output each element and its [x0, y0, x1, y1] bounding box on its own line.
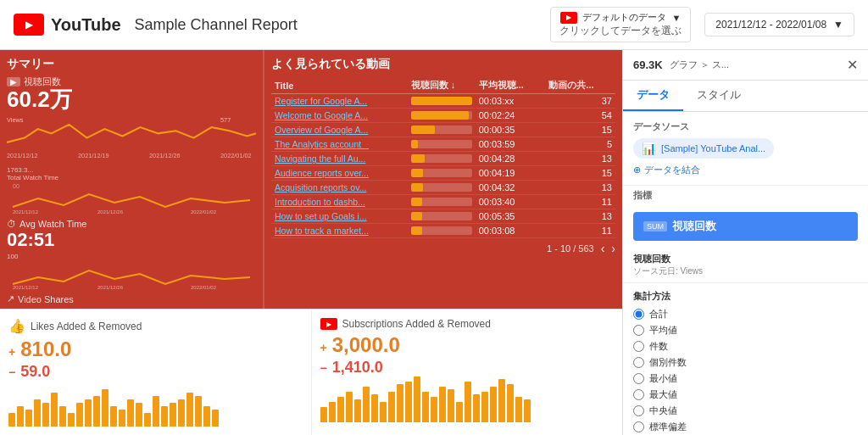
row-avg-cell: 00:03:40	[476, 195, 546, 209]
likes-bar-chart	[8, 384, 303, 427]
close-icon[interactable]: ✕	[847, 57, 858, 73]
subs-bar	[405, 382, 412, 422]
row-shares-cell: 13	[545, 209, 615, 224]
report-title: Sample Channel Report	[135, 16, 298, 34]
row-title-link[interactable]: Welcome to Google A...	[275, 110, 368, 120]
dislikes-values: − 59.0	[8, 363, 303, 381]
calc-radio-item[interactable]: 件数	[633, 340, 858, 353]
calc-radio-input[interactable]	[633, 421, 644, 432]
tab-data[interactable]: データ	[623, 81, 683, 111]
subs-bar	[414, 376, 420, 422]
sidebar-nav-label: グラフ ＞ ス...	[670, 59, 729, 71]
main-content: YouTube Sample Channel Report デフォルトのデータ …	[0, 0, 868, 435]
svg-text:2021/12/26: 2021/12/26	[149, 152, 181, 159]
datasource-chip[interactable]: 📊 [Sample] YouTube Anal...	[633, 138, 774, 159]
col-shares[interactable]: 動画の共...	[545, 77, 615, 94]
row-title-link[interactable]: Audience reports over...	[275, 168, 369, 178]
calc-radio-item[interactable]: 中央値	[633, 404, 858, 417]
row-avg-cell: 00:05:35	[476, 209, 546, 224]
calc-radio-item[interactable]: 最大値	[633, 388, 858, 401]
data-selector[interactable]: デフォルトのデータ ▼ クリックしてデータを選ぶ	[550, 7, 691, 42]
calc-radio-item[interactable]: 個別件数	[633, 356, 858, 369]
bar-container	[411, 183, 472, 192]
calc-radio-item[interactable]: 標準偏差	[633, 421, 858, 433]
subs-bar	[320, 407, 327, 422]
row-title-cell: Register for Google A...	[271, 94, 408, 109]
subs-bar	[456, 402, 463, 422]
calc-radio-label: 中央値	[649, 404, 677, 417]
calc-radio-input[interactable]	[633, 309, 644, 320]
pagination-next[interactable]: ›	[611, 242, 615, 255]
row-title-cell: How to set up Goals i...	[271, 209, 408, 224]
youtube-text: YouTube	[51, 15, 121, 35]
right-sidebar: 69.3K グラフ ＞ ス... ✕ データ スタイル データソース 📊 [Sa…	[622, 50, 868, 435]
bar-container	[411, 212, 472, 220]
row-shares-cell: 15	[545, 123, 615, 137]
bar-fill	[411, 154, 425, 163]
col-views[interactable]: 視聴回数 ↓	[408, 77, 476, 94]
data-selector-arrow: ▼	[671, 13, 681, 23]
table-row: The Analytics account _ 00:03:59 5	[271, 137, 615, 152]
likes-bar	[212, 410, 219, 427]
pagination-prev[interactable]: ‹	[601, 242, 605, 255]
subs-bar	[380, 402, 387, 422]
calc-radio-group: 合計平均値件数個別件数最小値最大値中央値標準偏差差異	[633, 308, 858, 435]
subs-bar	[448, 389, 454, 422]
date-range-selector[interactable]: 2021/12/12 - 2022/01/08 ▼	[704, 13, 854, 36]
likes-bar	[102, 389, 108, 427]
subs-bar	[465, 382, 471, 422]
bar-container	[411, 169, 472, 177]
tab-style[interactable]: スタイル	[683, 81, 754, 111]
calc-radio-item[interactable]: 合計	[633, 308, 858, 321]
row-bar-cell	[408, 209, 476, 224]
row-title-link[interactable]: Overview of Google A...	[275, 125, 368, 135]
subs-bar	[490, 387, 497, 422]
likes-bar	[17, 406, 24, 427]
col-avg[interactable]: 平均視聴...	[476, 77, 546, 94]
bar-fill	[411, 212, 422, 220]
calc-radio-label: 合計	[649, 308, 668, 321]
calc-radio-input[interactable]	[633, 389, 644, 400]
calc-radio-input[interactable]	[633, 325, 644, 336]
row-title-link[interactable]: Acquisition reports ov...	[275, 182, 366, 192]
bar-fill	[411, 169, 423, 177]
subs-bar	[515, 397, 522, 422]
bottom-right-panel: Subscriptions Added & Removed + 3,000.0 …	[312, 310, 623, 435]
row-title-link[interactable]: How to track a market...	[275, 226, 369, 236]
row-title-link[interactable]: Register for Google A...	[275, 96, 367, 106]
calc-radio-item[interactable]: 最小値	[633, 372, 858, 385]
likes-title: 👍 Likes Added & Removed	[8, 318, 303, 334]
row-title-link[interactable]: How to set up Goals i...	[275, 211, 367, 221]
add-icon: ⊕	[633, 165, 641, 176]
data-selector-sublabel: クリックしてデータを選ぶ	[559, 24, 682, 38]
calc-radio-item[interactable]: 平均値	[633, 324, 858, 337]
subs-bar	[354, 399, 361, 422]
subs-bar	[371, 394, 378, 422]
add-data-button[interactable]: ⊕ データを結合	[633, 164, 858, 176]
row-title-link[interactable]: The Analytics account _	[275, 139, 369, 149]
col-title[interactable]: Title	[271, 77, 408, 94]
likes-minus-value: 59.0	[20, 363, 50, 381]
row-bar-cell	[408, 109, 476, 123]
row-bar-cell	[408, 195, 476, 209]
subs-plus-value: 3,000.0	[332, 333, 400, 357]
row-title-link[interactable]: Introduction to dashb...	[275, 197, 365, 207]
row-bar-cell	[408, 137, 476, 152]
calc-radio-input[interactable]	[633, 405, 644, 416]
likes-bar	[144, 413, 151, 427]
row-avg-cell: 00:00:35	[476, 123, 546, 137]
row-avg-cell: 00:03:xx	[476, 94, 546, 109]
svg-text:2021/12/19: 2021/12/19	[78, 152, 109, 159]
calc-radio-input[interactable]	[633, 341, 644, 352]
calc-radio-input[interactable]	[633, 357, 644, 368]
likes-bar	[127, 399, 134, 427]
table-row: Welcome to Google A... 00:02:24 54	[271, 109, 615, 123]
row-avg-cell: 00:04:28	[476, 152, 546, 166]
shares-metric: 100 2021/12/12 2021/12/26 2022/01/02 ↗ V…	[7, 253, 256, 309]
svg-text:00: 00	[13, 183, 19, 189]
likes-bar	[186, 393, 193, 427]
shares-chart: 2021/12/12 2021/12/26 2022/01/02	[7, 260, 256, 290]
metric-card[interactable]: SUM 視聴回数	[633, 212, 858, 241]
row-title-link[interactable]: Navigating the full Au...	[275, 153, 365, 164]
calc-radio-input[interactable]	[633, 373, 644, 384]
